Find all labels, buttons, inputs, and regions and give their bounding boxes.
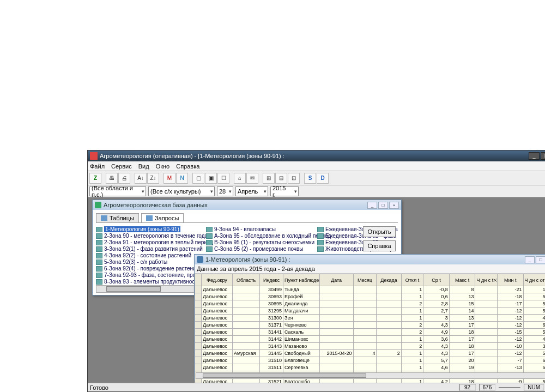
menu-service[interactable]: Сервис [111, 163, 132, 170]
grid-icon [317, 227, 324, 232]
combo-region[interactable]: (Все области и п.с.) [89, 186, 146, 196]
maximize-button[interactable]: □ [541, 152, 545, 160]
col-header[interactable]: Ч дн с t>30 [475, 274, 497, 286]
col-header[interactable]: Ч дн с отн вл <30% [523, 274, 545, 286]
app-icon [90, 152, 98, 160]
db-open-button[interactable]: Открыть [363, 226, 396, 237]
tree-item[interactable]: 8-Зона 93 - элементы продуктивности [96, 279, 199, 285]
tool-12[interactable]: ⊡ [288, 173, 300, 184]
tool-5[interactable]: ▢ [192, 173, 204, 184]
grid-icon [206, 233, 213, 239]
tree-item[interactable]: А-Зона 95 - обследование в холодный пери… [206, 233, 311, 239]
table-row[interactable]: Дальневос31443Мазаново24,318-103 [195, 343, 546, 350]
table-window-header[interactable]: 1-Метеорология (зоны 90-91) : _ □ × [195, 255, 545, 264]
tool-7[interactable]: ☐ [217, 173, 229, 184]
queries-icon [146, 215, 153, 221]
col-header[interactable]: Фед.окру [201, 274, 232, 286]
table-icon [197, 256, 203, 263]
tree-item[interactable]: 7-Зона 92-93 - фаза, состояние, продукти… [96, 272, 199, 278]
data-grid[interactable]: Фед.окруОбластьИндексПункт наблюденДатаМ… [195, 274, 545, 383]
menu-help[interactable]: Справка [176, 163, 199, 170]
tree-item[interactable]: 3-Зона 92(1) - фаза развития растений [96, 246, 199, 252]
grid-icon [206, 227, 213, 232]
date-day[interactable]: 28 [217, 186, 233, 196]
tool-9[interactable]: ✉ [246, 173, 258, 184]
tree-item[interactable]: 6-Зона 92(4) - повреждение растений [96, 266, 199, 272]
grid-icon [96, 279, 102, 285]
tool-d[interactable]: D [317, 173, 329, 184]
grid-icon [96, 240, 102, 245]
grid-icon [317, 233, 324, 239]
grid-icon [96, 246, 102, 252]
table-row[interactable]: ДальневосАмурская31445Свободный2015-04-2… [195, 350, 546, 357]
tree-item[interactable]: 5-Зона 92(3) - с/х работы [96, 259, 199, 265]
tab-tables[interactable]: Таблицы [96, 213, 139, 222]
db-help-button[interactable]: Справка [363, 240, 396, 251]
tool-print[interactable]: 🖶 [106, 173, 118, 184]
date-month[interactable]: Апрель [235, 186, 268, 196]
tab-queries[interactable]: Запросы [141, 213, 184, 222]
table-row[interactable]: Дальневос31442Шимановс13,617-124 [195, 336, 546, 343]
grid-icon [96, 233, 102, 239]
col-header[interactable]: Мин t [497, 274, 523, 286]
table-row[interactable]: Дальневос30695Джалинда22,815-175 [195, 300, 546, 307]
col-header[interactable]: Пункт наблюден [283, 274, 319, 286]
tool-zz[interactable]: Z [89, 173, 101, 184]
table-title: 1-Метеорология (зоны 90-91) : [205, 256, 290, 263]
col-header[interactable]: Ср t [423, 274, 450, 286]
db-max[interactable]: □ [378, 202, 388, 209]
col-header[interactable]: Месяц [353, 274, 377, 286]
tool-sort-desc[interactable]: Z↓ [147, 173, 159, 184]
filterbar: (Все области и п.с.) (Все с/х культуры) … [88, 185, 545, 197]
tree-item[interactable]: 1-Метеорология (зоны 90-91) [96, 226, 199, 232]
tree-item[interactable]: С-Зона 95 (2) - промерзание почвы [206, 246, 311, 252]
col-header[interactable]: Макс t [449, 274, 475, 286]
tbl-max[interactable]: □ [536, 256, 545, 263]
menu-view[interactable]: Вид [138, 163, 149, 170]
table-row[interactable]: Дальневос30499Тында1-0,88-211 [195, 286, 546, 293]
tool-8[interactable]: ⌂ [234, 173, 246, 184]
col-header[interactable]: Декада [377, 274, 401, 286]
tool-mc[interactable]: M [164, 173, 175, 184]
tbl-hscroll[interactable] [196, 372, 545, 379]
tool-printer[interactable]: 🖨 [118, 173, 130, 184]
col-header[interactable]: Индекс [260, 274, 283, 286]
tree-item[interactable]: 4-Зона 92(2) - состояние растений [96, 252, 199, 258]
tool-11[interactable]: ⊟ [275, 173, 287, 184]
status-empty [499, 387, 520, 388]
date-year[interactable]: 2015 г. [270, 186, 299, 196]
col-header[interactable]: Область [233, 274, 260, 286]
tree-item[interactable]: 2-Зона 91 - метеорология в теплый период [96, 239, 199, 245]
grid-icon [96, 260, 102, 265]
tool-10[interactable]: ⊞ [263, 173, 275, 184]
tree-item[interactable]: 2-Зона 90 - метеорология в течение года [96, 233, 199, 239]
tool-6[interactable]: ▣ [205, 173, 217, 184]
db-hscroll-thumb[interactable] [106, 286, 161, 292]
menu-window[interactable]: Окно [156, 163, 170, 170]
tool-s[interactable]: S [304, 173, 316, 184]
table-row[interactable]: Дальневос31371Черняево24,317-126 [195, 322, 546, 329]
table-row[interactable]: Дальневос31511Сергеевка14,619-135 [195, 364, 546, 371]
tbl-hscroll-thumb[interactable] [203, 373, 366, 378]
minimize-button[interactable]: _ [529, 152, 540, 160]
tool-sort-asc[interactable]: A↓ [135, 173, 147, 184]
table-row[interactable]: Дальневос31295Магдагачи12,714-125 [195, 307, 546, 315]
menu-file[interactable]: Файл [90, 163, 105, 170]
db-window-header[interactable]: Агрометеорологическая база данных _ □ × [93, 200, 401, 210]
table-window: 1-Метеорология (зоны 90-91) : _ □ × Данн… [194, 254, 545, 381]
combo-culture[interactable]: (Все с/х культуры) [148, 186, 215, 196]
table-row[interactable]: Дальневос31300Зея1313-124 [195, 315, 546, 322]
col-header[interactable]: Дата [319, 274, 353, 286]
table-row[interactable]: Дальневос31510Благовеще15,720-76 [195, 357, 546, 364]
grid-icon [96, 273, 102, 278]
db-min[interactable]: _ [367, 202, 377, 209]
app-title: Агрометеорология (оперативная) - [1-Мете… [100, 153, 284, 159]
tree-item[interactable]: В-Зона 95 (1) - результаты снегосъемки [206, 239, 311, 245]
tool-nm[interactable]: N [176, 173, 188, 184]
tree-item[interactable]: 9-Зона 94 - влагозапасы [206, 226, 311, 232]
table-row[interactable]: Дальневос31441Саскаль24,918-155 [195, 329, 546, 336]
db-close[interactable]: × [389, 202, 399, 209]
col-header[interactable]: Откл t [401, 274, 423, 286]
table-row[interactable]: Дальневос30693Ерофей10,613-185 [195, 293, 546, 300]
tbl-min[interactable]: _ [525, 256, 535, 263]
